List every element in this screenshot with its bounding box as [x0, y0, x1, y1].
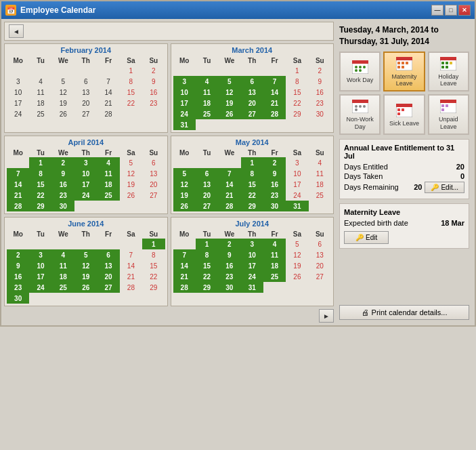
- cal-day[interactable]: 19: [286, 260, 308, 271]
- cal-day[interactable]: 19: [173, 190, 196, 201]
- cal-day[interactable]: 17: [7, 98, 29, 108]
- cal-day[interactable]: 13: [74, 87, 97, 98]
- cal-day[interactable]: 28: [218, 201, 240, 211]
- cal-day[interactable]: 3: [29, 249, 51, 260]
- cal-day[interactable]: 8: [142, 249, 165, 260]
- print-button[interactable]: 🖨 Print calendar details...: [339, 305, 469, 320]
- cal-day[interactable]: 6: [142, 157, 165, 168]
- cal-day[interactable]: 20: [142, 179, 165, 190]
- cal-day[interactable]: 15: [286, 87, 308, 98]
- cal-day[interactable]: 14: [97, 87, 119, 98]
- cal-day[interactable]: 2: [142, 65, 165, 76]
- forward-button[interactable]: ►: [319, 309, 334, 323]
- leave-type-holiday[interactable]: Holiday Leave: [428, 52, 469, 92]
- cal-day[interactable]: 13: [97, 260, 119, 271]
- cal-day[interactable]: 29: [142, 282, 165, 293]
- cal-day[interactable]: 6: [241, 76, 263, 87]
- cal-day[interactable]: 28: [97, 108, 119, 119]
- cal-day[interactable]: 30: [218, 282, 240, 293]
- cal-day[interactable]: 12: [52, 87, 74, 98]
- cal-day[interactable]: 11: [97, 168, 119, 179]
- cal-day[interactable]: 3: [286, 157, 308, 168]
- cal-day[interactable]: 19: [52, 98, 74, 108]
- cal-day[interactable]: 3: [241, 239, 263, 249]
- cal-day[interactable]: 31: [286, 201, 308, 211]
- cal-day[interactable]: 9: [142, 76, 165, 87]
- cal-day[interactable]: 5: [286, 239, 308, 249]
- cal-day[interactable]: 26: [286, 271, 308, 282]
- cal-day[interactable]: 10: [7, 87, 29, 98]
- cal-day[interactable]: 30: [52, 201, 74, 211]
- cal-day[interactable]: 19: [120, 179, 142, 190]
- cal-day[interactable]: 28: [7, 201, 29, 211]
- cal-day[interactable]: 15: [241, 179, 263, 190]
- cal-day[interactable]: 8: [241, 168, 263, 179]
- cal-day[interactable]: 1: [29, 157, 51, 168]
- cal-day[interactable]: 27: [142, 190, 165, 201]
- cal-day[interactable]: 21: [7, 190, 29, 201]
- cal-day[interactable]: 7: [120, 249, 142, 260]
- cal-day[interactable]: 21: [173, 271, 196, 282]
- cal-day[interactable]: 18: [196, 98, 218, 108]
- cal-day[interactable]: 19: [218, 98, 240, 108]
- cal-day[interactable]: 10: [74, 168, 97, 179]
- cal-day[interactable]: 9: [218, 249, 240, 260]
- cal-day[interactable]: 22: [241, 190, 263, 201]
- cal-day[interactable]: 28: [173, 282, 196, 293]
- cal-day[interactable]: 6: [196, 168, 218, 179]
- cal-day[interactable]: 24: [286, 190, 308, 201]
- cal-day[interactable]: 22: [196, 271, 218, 282]
- cal-day[interactable]: 13: [142, 168, 165, 179]
- cal-day[interactable]: 11: [52, 260, 74, 271]
- cal-day[interactable]: 22: [286, 98, 308, 108]
- cal-day[interactable]: 10: [286, 168, 308, 179]
- cal-day[interactable]: 26: [218, 108, 240, 119]
- cal-day[interactable]: 9: [7, 260, 29, 271]
- cal-day[interactable]: 15: [29, 179, 51, 190]
- cal-day[interactable]: 13: [196, 179, 218, 190]
- cal-day[interactable]: 26: [52, 108, 74, 119]
- cal-day[interactable]: 5: [74, 249, 97, 260]
- cal-day[interactable]: 1: [286, 65, 308, 76]
- cal-day[interactable]: 2: [309, 65, 331, 76]
- cal-day[interactable]: 21: [218, 190, 240, 201]
- leave-type-sick[interactable]: Sick Leave: [383, 94, 425, 135]
- cal-day[interactable]: 6: [74, 76, 97, 87]
- cal-day[interactable]: 18: [52, 271, 74, 282]
- cal-day[interactable]: 25: [309, 190, 331, 201]
- cal-day[interactable]: 17: [74, 179, 97, 190]
- cal-day[interactable]: 26: [173, 201, 196, 211]
- cal-day[interactable]: 12: [218, 87, 240, 98]
- cal-day[interactable]: 23: [309, 98, 331, 108]
- cal-day[interactable]: 23: [52, 190, 74, 201]
- cal-day[interactable]: 13: [241, 87, 263, 98]
- cal-day[interactable]: 11: [196, 87, 218, 98]
- cal-day[interactable]: 16: [309, 87, 331, 98]
- cal-day[interactable]: 8: [196, 249, 218, 260]
- cal-day[interactable]: 30: [263, 201, 286, 211]
- cal-day[interactable]: 3: [173, 76, 196, 87]
- cal-day[interactable]: 5: [120, 157, 142, 168]
- cal-day[interactable]: 4: [52, 249, 74, 260]
- cal-day[interactable]: 12: [286, 249, 308, 260]
- cal-day[interactable]: 29: [241, 201, 263, 211]
- cal-day[interactable]: 17: [173, 98, 196, 108]
- cal-day[interactable]: 3: [7, 76, 29, 87]
- cal-day[interactable]: 24: [7, 108, 29, 119]
- cal-day[interactable]: 1: [196, 239, 218, 249]
- cal-day[interactable]: 7: [218, 168, 240, 179]
- cal-day[interactable]: 1: [241, 157, 263, 168]
- cal-day[interactable]: 6: [309, 239, 331, 249]
- cal-day[interactable]: 14: [218, 179, 240, 190]
- cal-day[interactable]: 18: [29, 98, 51, 108]
- cal-day[interactable]: 9: [263, 168, 286, 179]
- cal-day[interactable]: 4: [309, 157, 331, 168]
- cal-day[interactable]: 21: [120, 271, 142, 282]
- cal-day[interactable]: 16: [218, 260, 240, 271]
- leave-type-nonwork[interactable]: Non-Work Day: [339, 94, 381, 135]
- cal-day[interactable]: 12: [120, 168, 142, 179]
- annual-leave-edit-button[interactable]: 🔑 Edit...: [425, 182, 464, 193]
- cal-day[interactable]: 22: [29, 190, 51, 201]
- cal-day[interactable]: 22: [120, 98, 142, 108]
- cal-day[interactable]: 2: [263, 157, 286, 168]
